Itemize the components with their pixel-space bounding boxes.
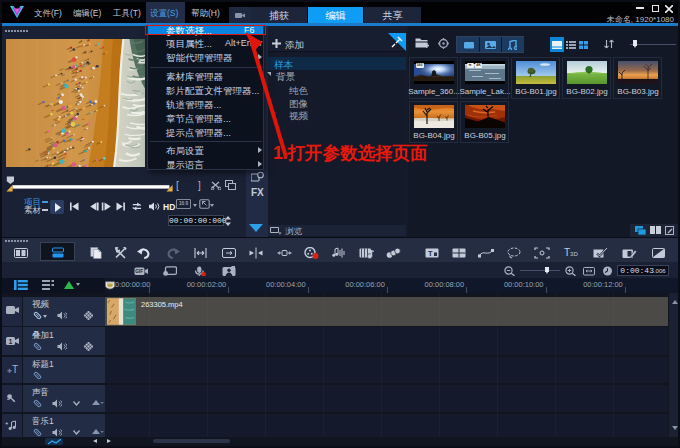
svg-text:T: T [428,248,433,257]
svg-text:HD: HD [163,202,175,211]
svg-text:GIF: GIF [135,269,143,274]
svg-text:1: 1 [9,338,13,345]
